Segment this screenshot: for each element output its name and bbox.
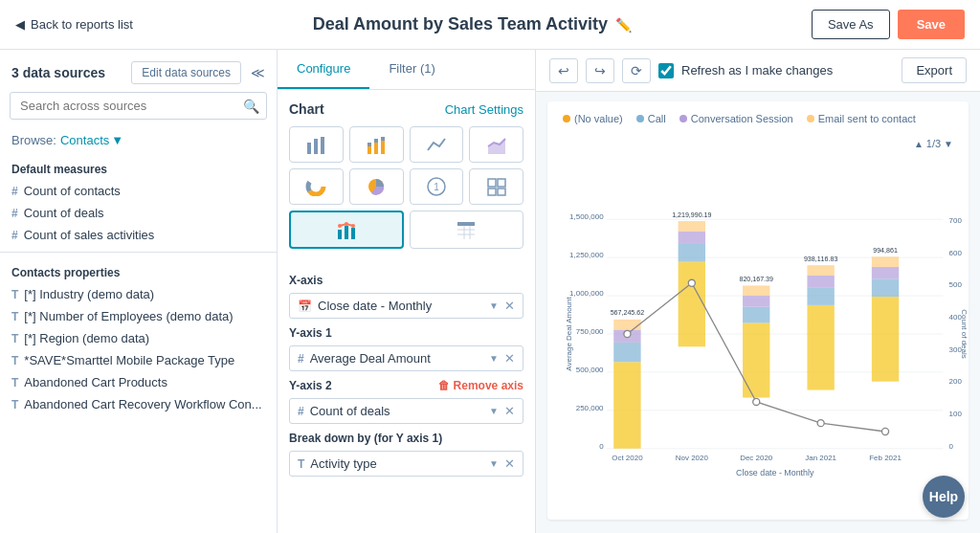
svg-rect-55 — [613, 362, 640, 448]
xaxis-label: X-axis — [289, 274, 523, 287]
text-type-icon: T — [298, 457, 304, 471]
svg-text:Count of deals: Count of deals — [960, 309, 969, 358]
svg-rect-26 — [457, 222, 475, 226]
svg-rect-60 — [679, 243, 705, 262]
legend-dot-email — [807, 115, 814, 122]
property-label: Abandoned Cart Recovery Workflow Con... — [24, 397, 261, 411]
svg-rect-16 — [488, 179, 496, 187]
edit-sources-button[interactable]: Edit data sources — [131, 61, 241, 84]
text-type-icon: T — [11, 310, 18, 323]
legend-item-convo: Conversation Session — [679, 113, 793, 124]
svg-text:Close date - Monthly: Close date - Monthly — [736, 468, 814, 477]
tab-filter[interactable]: Filter (1) — [369, 50, 454, 89]
app-header: ◀ Back to reports list Deal Amount by Sa… — [0, 0, 980, 50]
breakdown-clear-icon[interactable]: ✕ — [504, 456, 515, 471]
chart-type-grid[interactable] — [469, 168, 523, 205]
left-panel-header: 3 data sources Edit data sources ≪ — [0, 50, 277, 92]
svg-text:Nov 2020: Nov 2020 — [676, 454, 709, 462]
property-item[interactable]: T*SAVE*Smarttel Mobile Package Type — [0, 349, 277, 371]
chart-type-table[interactable] — [410, 211, 524, 249]
yaxis2-select[interactable]: # Count of deals ▼ ✕ — [289, 398, 523, 424]
svg-rect-72 — [872, 278, 899, 297]
save-as-button[interactable]: Save As — [812, 10, 890, 39]
svg-text:200: 200 — [949, 377, 963, 386]
yaxis1-value: Average Deal Amount — [310, 351, 431, 366]
chart-svg: 0 250,000 500,000 750,000 1,000,000 1,25… — [563, 157, 953, 511]
search-input[interactable] — [10, 92, 267, 120]
svg-rect-7 — [381, 141, 385, 154]
property-item[interactable]: TAbandoned Cart Products — [0, 371, 277, 393]
undo-button[interactable]: ↩ — [549, 58, 578, 83]
breakdown-value: Activity type — [310, 456, 376, 471]
yaxis2-label: Y-axis 2 🗑 Remove axis — [289, 379, 523, 392]
measure-item[interactable]: #Count of deals — [0, 202, 277, 224]
tab-configure[interactable]: Configure — [278, 50, 369, 89]
svg-rect-62 — [679, 221, 705, 232]
help-button[interactable]: Help — [923, 476, 965, 518]
properties-list: T[*] Industry (demo data)T[*] Number of … — [0, 283, 277, 415]
svg-rect-69 — [807, 276, 834, 287]
header-actions: Save As Save — [812, 10, 965, 39]
chart-type-combo[interactable] — [289, 211, 404, 249]
middle-panel: Configure Filter (1) Chart Chart Setting… — [278, 50, 536, 533]
chart-type-area[interactable] — [469, 126, 523, 163]
chart-settings-link[interactable]: Chart Settings — [445, 102, 523, 117]
back-link[interactable]: ◀ Back to reports list — [15, 17, 133, 32]
xaxis-chevron-icon: ▼ — [489, 300, 499, 311]
chart-type-stacked-bar[interactable] — [349, 126, 404, 163]
property-item[interactable]: TAbandoned Cart Recovery Workflow Con... — [0, 393, 277, 415]
breakdown-select[interactable]: T Activity type ▼ ✕ — [289, 451, 523, 477]
hash-icon: # — [11, 207, 18, 220]
chart-type-number[interactable]: 1 — [410, 168, 464, 205]
chart-card: (No value) Call Conversation Session Ema… — [547, 101, 969, 520]
save-button[interactable]: Save — [898, 10, 965, 39]
svg-text:1: 1 — [434, 182, 439, 192]
search-box: 🔍 — [10, 92, 267, 120]
svg-rect-19 — [498, 189, 505, 195]
chart-container: (No value) Call Conversation Session Ema… — [536, 92, 980, 529]
chart-type-donut[interactable] — [289, 168, 344, 205]
measure-item[interactable]: #Count of contacts — [0, 180, 277, 202]
svg-text:1,000,000: 1,000,000 — [569, 289, 604, 298]
chart-type-line[interactable] — [410, 126, 464, 163]
svg-point-78 — [817, 420, 824, 427]
pagination-label: 1/3 — [926, 138, 941, 149]
svg-rect-68 — [807, 287, 834, 305]
refresh-button[interactable]: ⟳ — [622, 58, 651, 83]
yaxis1-select[interactable]: # Average Deal Amount ▼ ✕ — [289, 345, 523, 371]
property-item[interactable]: T[*] Industry (demo data) — [0, 283, 277, 305]
yaxis1-clear-icon[interactable]: ✕ — [504, 351, 515, 366]
chart-type-bar[interactable] — [289, 126, 344, 163]
text-type-icon: T — [11, 398, 18, 411]
xaxis-clear-icon[interactable]: ✕ — [504, 299, 515, 313]
redo-button[interactable]: ↪ — [586, 58, 614, 83]
remove-axis-button[interactable]: 🗑 Remove axis — [438, 379, 523, 392]
measure-item[interactable]: #Count of sales activities — [0, 224, 277, 246]
refresh-label[interactable]: Refresh as I make changes — [681, 63, 833, 78]
svg-rect-6 — [374, 139, 378, 143]
search-icon[interactable]: 🔍 — [243, 99, 259, 114]
export-button[interactable]: Export — [902, 57, 967, 83]
refresh-checkbox[interactable] — [658, 63, 674, 78]
svg-rect-21 — [345, 226, 348, 239]
svg-text:500: 500 — [949, 280, 963, 289]
refresh-check: Refresh as I make changes — [658, 63, 894, 78]
svg-rect-1 — [314, 139, 318, 154]
svg-text:Feb 2021: Feb 2021 — [869, 454, 902, 462]
svg-text:Oct 2020: Oct 2020 — [612, 454, 643, 462]
svg-text:500,000: 500,000 — [576, 366, 604, 374]
xaxis-select[interactable]: 📅 Close date - Monthly ▼ ✕ — [289, 293, 523, 319]
property-item[interactable]: T[*] Region (demo data) — [0, 327, 277, 349]
svg-rect-61 — [679, 232, 705, 243]
tabs-row: Configure Filter (1) — [278, 50, 535, 90]
edit-title-icon[interactable]: ✏️ — [615, 17, 632, 33]
svg-text:0: 0 — [599, 442, 604, 451]
yaxis2-clear-icon[interactable]: ✕ — [504, 404, 515, 418]
svg-text:Dec 2020: Dec 2020 — [740, 454, 773, 462]
browse-row: Browse: Contacts ▼ — [0, 129, 277, 155]
chart-section: Chart Chart Settings — [278, 90, 535, 266]
browse-contacts-tag[interactable]: Contacts ▼ — [60, 133, 123, 147]
collapse-panel-icon[interactable]: ≪ — [251, 65, 265, 80]
chart-type-pie[interactable] — [349, 168, 404, 205]
property-item[interactable]: T[*] Number of Employees (demo data) — [0, 305, 277, 327]
